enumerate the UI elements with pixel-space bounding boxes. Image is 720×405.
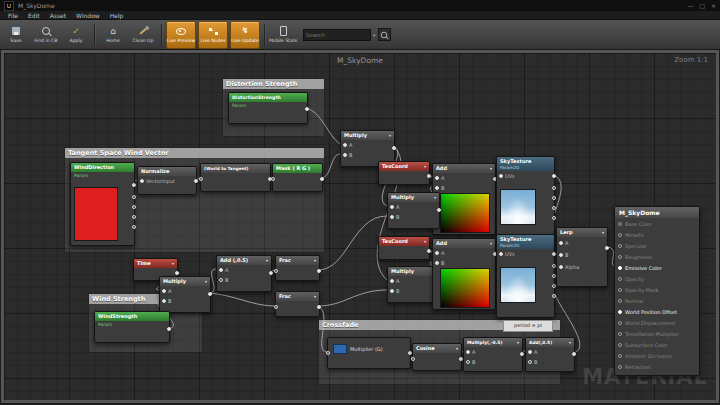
collapse-caret-icon[interactable]: ▾	[389, 131, 391, 140]
input-pin-b[interactable]	[435, 186, 439, 190]
input-pin[interactable]	[618, 277, 622, 281]
input-pin-b[interactable]	[390, 289, 394, 293]
input-pin[interactable]	[618, 244, 622, 248]
input-pin-a[interactable]	[435, 251, 439, 255]
output-pin[interactable]	[175, 271, 179, 275]
collapse-caret-icon[interactable]: ▾	[569, 338, 571, 347]
input-pin-a[interactable]	[528, 350, 532, 354]
input-pin[interactable]	[618, 310, 622, 314]
input-pin-b[interactable]	[343, 153, 347, 157]
input-pin-b[interactable]	[466, 360, 470, 364]
node-material-result[interactable]: M_SkyDome Base Color Metallic Specular R…	[614, 206, 700, 376]
node-normalize[interactable]: Normalize VectorInput	[137, 166, 197, 195]
output-pin[interactable]	[208, 292, 212, 296]
input-pin[interactable]	[618, 354, 622, 358]
output-pin[interactable]	[605, 246, 609, 250]
input-pin-b[interactable]	[528, 360, 532, 364]
output-pin-b[interactable]	[552, 206, 556, 210]
input-pin-b[interactable]	[219, 278, 223, 282]
input-pin-a[interactable]	[435, 176, 439, 180]
output-pin-g[interactable]	[132, 205, 136, 209]
node-transform-world-to-tangent[interactable]: (World to Tangent)	[200, 163, 271, 192]
input-pin[interactable]	[274, 269, 278, 273]
collapse-caret-icon[interactable]: ▾	[314, 292, 316, 301]
input-pin-b[interactable]	[559, 253, 563, 257]
input-pin[interactable]	[618, 233, 622, 237]
input-pin[interactable]	[618, 222, 622, 226]
input-pin-a[interactable]	[219, 268, 223, 272]
output-pin-rgb[interactable]	[132, 183, 136, 187]
output-pin-a[interactable]	[552, 294, 556, 298]
node-distortion-strength-param[interactable]: DistortionStrength Param	[228, 92, 308, 124]
collapse-caret-icon[interactable]: ▾	[517, 338, 519, 347]
node-multiply-neg-half[interactable]: Multiply(,-0.5)▾ A B	[463, 337, 523, 372]
output-pin[interactable]	[572, 352, 576, 356]
node-wind-strength-param[interactable]: WindStrength Param	[94, 311, 170, 343]
node-texcoord-1[interactable]: TexCoord▾	[378, 161, 430, 185]
output-pin[interactable]	[437, 208, 441, 212]
node-frac-1[interactable]: Frac▾	[275, 255, 320, 281]
collapse-caret-icon[interactable]: ▾	[266, 256, 268, 265]
node-sky-texture-1[interactable]: SkyTexture Param2D UVs	[496, 156, 555, 240]
input-pin-uvs[interactable]	[499, 252, 503, 256]
output-pin-g[interactable]	[552, 196, 556, 200]
output-pin-a[interactable]	[132, 225, 136, 229]
input-pin-a[interactable]	[466, 350, 470, 354]
output-pin[interactable]	[269, 271, 273, 275]
collapse-caret-icon[interactable]: ▾	[314, 256, 316, 265]
input-pin[interactable]	[618, 365, 622, 369]
node-wind-direction-param[interactable]: WindDirection Param	[70, 162, 135, 246]
output-pin-r[interactable]	[132, 195, 136, 199]
input-pin-a[interactable]	[390, 205, 394, 209]
input-pin-alpha[interactable]	[559, 265, 563, 269]
output-pin[interactable]	[427, 249, 431, 253]
node-add-half-2[interactable]: Add(,0.5)▾ A B	[525, 337, 575, 372]
input-pin-a[interactable]	[343, 143, 347, 147]
input-pin[interactable]	[618, 343, 622, 347]
output-pin-b[interactable]	[132, 215, 136, 219]
output-pin[interactable]	[427, 174, 431, 178]
output-pin[interactable]	[194, 179, 198, 183]
collapse-caret-icon[interactable]: ▾	[424, 237, 426, 246]
input-pin-a[interactable]	[162, 289, 166, 293]
node-frac-2[interactable]: Frac▾	[275, 291, 320, 317]
collapse-caret-icon[interactable]: ▾	[490, 164, 492, 173]
input-pin-a[interactable]	[559, 241, 563, 245]
node-mask-rg[interactable]: Mask ( R G )	[272, 163, 323, 192]
output-pin[interactable]	[167, 327, 171, 331]
output-pin-r[interactable]	[552, 186, 556, 190]
input-pin[interactable]	[618, 299, 622, 303]
collapse-caret-icon[interactable]: ▾	[424, 162, 426, 171]
node-multiply-2[interactable]: Multiply▾ A B	[387, 192, 440, 229]
output-pin[interactable]	[305, 107, 309, 111]
input-pin[interactable]	[618, 255, 622, 259]
collapse-caret-icon[interactable]: ▾	[434, 193, 436, 202]
collapse-caret-icon[interactable]: ▾	[205, 277, 207, 286]
node-texcoord-2[interactable]: TexCoord▾	[378, 236, 430, 260]
output-pin[interactable]	[317, 305, 321, 309]
collapse-caret-icon[interactable]: ▾	[456, 344, 458, 353]
input-pin-b[interactable]	[162, 299, 166, 303]
input-pin-b[interactable]	[390, 215, 394, 219]
input-pin-b[interactable]	[435, 261, 439, 265]
input-pin[interactable]	[618, 288, 622, 292]
input-pin[interactable]	[618, 321, 622, 325]
collapse-caret-icon[interactable]: ▾	[490, 239, 492, 248]
output-pin[interactable]	[392, 146, 396, 150]
input-pin[interactable]	[274, 305, 278, 309]
input-pin[interactable]	[140, 179, 144, 183]
node-add-2[interactable]: Add▾ A B	[432, 238, 496, 310]
node-pi-multiplier[interactable]: Multiplier (G)	[327, 337, 411, 369]
output-pin[interactable]	[317, 269, 321, 273]
collapse-caret-icon[interactable]: ▾	[602, 228, 604, 237]
node-multiply-4[interactable]: Multiply▾ A B	[159, 276, 211, 313]
input-pin[interactable]	[199, 177, 203, 181]
output-pin-rgb[interactable]	[552, 174, 556, 178]
input-pin[interactable]	[271, 177, 275, 181]
input-pin-a[interactable]	[390, 279, 394, 283]
output-pin[interactable]	[320, 177, 324, 181]
input-pin-uvs[interactable]	[499, 174, 503, 178]
output-pin[interactable]	[520, 352, 524, 356]
node-cosine[interactable]: Cosine▾	[412, 343, 462, 371]
node-add-1[interactable]: Add▾ A B	[432, 163, 496, 235]
